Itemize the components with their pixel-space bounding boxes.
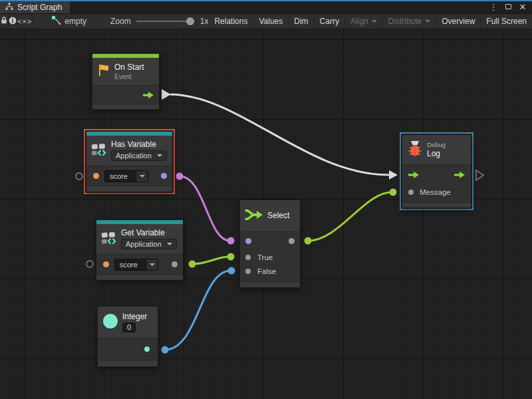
flow-wire-end-arrow[interactable] <box>389 170 398 180</box>
unconnected-port-ring[interactable] <box>76 173 82 180</box>
variable-name-dropdown-button[interactable] <box>146 259 158 271</box>
node-header: Integer 0 <box>98 307 158 338</box>
variable-name-field[interactable]: score <box>104 170 148 182</box>
wire-select-to-log[interactable] <box>308 192 392 241</box>
port-row: score <box>96 255 183 274</box>
result-output-port[interactable] <box>161 173 167 179</box>
value-output-port[interactable] <box>172 261 178 267</box>
false-input-port[interactable] <box>245 269 251 274</box>
values-button[interactable]: Values <box>253 14 288 29</box>
port-row <box>240 232 300 250</box>
node-has-variable[interactable]: Has Variable Application score <box>86 131 173 192</box>
wire-endpoint[interactable] <box>227 237 235 245</box>
wire-integer-to-select[interactable] <box>165 271 231 350</box>
graph-toolbar: <×> empty Zoom 1x Relations Values Dim C… <box>0 13 532 29</box>
bug-icon <box>407 140 423 160</box>
variable-name-value: score <box>104 170 136 182</box>
variables-icon <box>91 142 107 160</box>
node-integer[interactable]: Integer 0 <box>97 306 158 367</box>
node-select[interactable]: Select True False <box>239 200 301 288</box>
name-input-port[interactable] <box>93 173 99 179</box>
port-row <box>402 165 471 185</box>
node-header: Has Variable Application <box>86 136 172 166</box>
message-port-label: Message <box>420 188 451 196</box>
unconnected-flow-triangle[interactable] <box>476 170 483 180</box>
port-row <box>98 338 158 360</box>
integer-icon <box>102 313 118 332</box>
chevron-down-icon <box>167 243 172 245</box>
integer-value-input[interactable]: 0 <box>122 323 136 332</box>
node-header: On Start Event <box>92 58 159 86</box>
condition-input-port[interactable] <box>245 238 251 244</box>
port-row: score <box>86 166 172 186</box>
node-debug-log[interactable]: Debug Log Message <box>402 134 471 208</box>
flow-wire-start-cap[interactable] <box>162 89 171 100</box>
toolbar-buttons: Relations Values Dim Carry Align Distrib… <box>208 14 532 29</box>
true-port-label: True <box>257 253 273 261</box>
wire-endpoint[interactable] <box>305 237 312 245</box>
name-input-port[interactable] <box>103 261 109 267</box>
message-input-port[interactable] <box>408 190 414 195</box>
variables-icon <box>101 231 117 248</box>
wire-endpoint[interactable] <box>189 261 196 268</box>
node-header: Get Variable Application <box>96 224 183 255</box>
dim-button[interactable]: Dim <box>288 14 313 29</box>
chevron-down-icon <box>425 20 430 23</box>
flow-input-port[interactable] <box>408 169 419 181</box>
menu-icon[interactable]: ⋮ <box>488 1 499 12</box>
node-on-start[interactable]: On Start Event <box>92 53 160 110</box>
selection-output-port[interactable] <box>289 238 295 244</box>
node-title: Integer <box>122 313 147 321</box>
selection-outline-focus: Debug Log Message <box>400 132 473 210</box>
selection-outline-error: Has Variable Application score <box>84 129 175 194</box>
variable-name-field[interactable]: score <box>114 259 158 271</box>
node-title: Has Variable <box>111 140 167 149</box>
code-tags-button[interactable]: <×> <box>17 14 33 29</box>
maximize-icon[interactable] <box>503 1 513 12</box>
zoom-slider-handle[interactable] <box>186 17 194 25</box>
tab-title: Script Graph <box>17 3 62 12</box>
variable-name-dropdown-button[interactable] <box>136 170 148 182</box>
wire-endpoint[interactable] <box>227 253 235 261</box>
node-title: Get Variable <box>121 229 177 237</box>
wire-endpoint[interactable] <box>176 173 184 180</box>
wire-endpoint[interactable] <box>228 267 235 275</box>
chevron-down-icon <box>140 175 145 178</box>
node-footer <box>240 281 300 287</box>
info-button[interactable] <box>9 14 17 29</box>
window-controls: ⋮ ✕ <box>488 0 532 13</box>
node-footer <box>96 274 183 280</box>
node-get-variable[interactable]: Get Variable Application score <box>96 219 184 281</box>
graph-canvas[interactable]: On Start Event Has Variab <box>0 29 532 399</box>
node-footer <box>98 360 158 366</box>
relations-button[interactable]: Relations <box>208 14 253 29</box>
fullscreen-button[interactable]: Full Screen <box>480 14 532 29</box>
select-icon <box>245 207 263 225</box>
node-footer <box>86 186 172 192</box>
zoom-slider[interactable] <box>136 21 195 22</box>
true-input-port[interactable] <box>245 255 251 260</box>
overview-button[interactable]: Overview <box>436 14 480 29</box>
tab-script-graph[interactable]: Script Graph <box>0 1 70 13</box>
wire-endpoint[interactable] <box>390 189 397 196</box>
zoom-value: 1x <box>200 17 209 26</box>
scope-value: Application <box>126 240 162 248</box>
flow-output-port[interactable] <box>454 169 465 181</box>
wire-endpoint[interactable] <box>162 346 169 354</box>
carry-button[interactable]: Carry <box>314 14 344 29</box>
wire-onstart-to-log[interactable] <box>171 94 388 175</box>
lock-icon <box>0 16 8 27</box>
variable-scope-dropdown[interactable]: Application <box>121 239 177 249</box>
variable-name-value: score <box>114 259 146 271</box>
chevron-down-icon <box>372 20 377 23</box>
variable-scope-dropdown[interactable]: Application <box>111 150 167 161</box>
unconnected-port-ring[interactable] <box>86 261 93 267</box>
wire-getvariable-to-select[interactable] <box>192 257 230 264</box>
integer-output-port[interactable] <box>144 346 150 352</box>
pointer-icon <box>51 15 61 27</box>
lock-button[interactable] <box>0 14 9 29</box>
wire-hasvariable-to-select[interactable] <box>180 176 230 241</box>
node-header: Debug Log <box>402 135 471 165</box>
close-icon[interactable]: ✕ <box>517 1 528 12</box>
flow-output-port[interactable] <box>143 89 154 101</box>
